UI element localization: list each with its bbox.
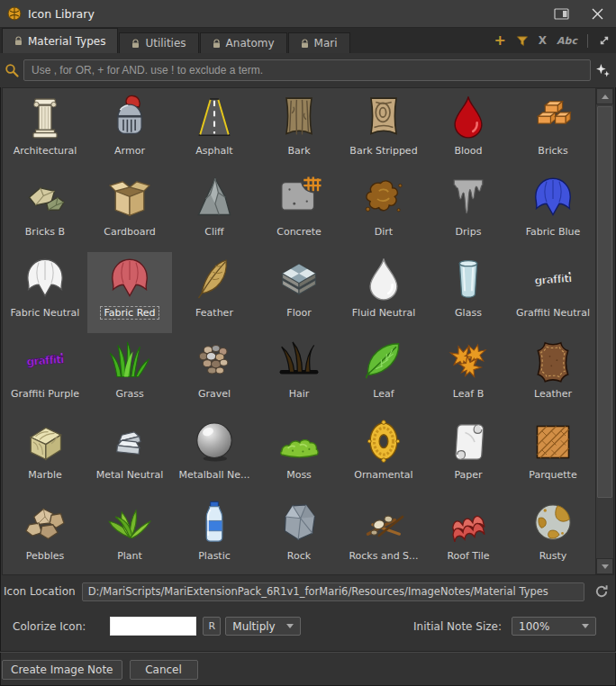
search-input[interactable]: [23, 59, 591, 81]
grid-item[interactable]: Marble: [3, 414, 87, 495]
grid-item[interactable]: Rock: [257, 495, 341, 574]
note-size-dropdown[interactable]: 100%: [512, 617, 596, 636]
svg-text:graffiti: graffiti: [534, 272, 573, 287]
lock-icon: [301, 39, 309, 49]
add-tab-button[interactable]: +: [494, 33, 505, 48]
icon-grid-panel: ArchitecturalArmorAsphaltBarkBark Stripp…: [2, 87, 614, 575]
grid-item[interactable]: Ornamental: [341, 414, 426, 495]
window-title: Icon Library: [28, 7, 95, 21]
grid-scrollbar[interactable]: [595, 88, 613, 574]
grid-item[interactable]: Bark Stripped: [341, 90, 426, 171]
grid-item[interactable]: Feather: [172, 252, 257, 333]
grid-item[interactable]: Armor: [87, 90, 172, 171]
expand-icon[interactable]: [598, 34, 611, 47]
tab-utilities[interactable]: Utilities: [119, 32, 198, 53]
grid-item[interactable]: Parquette: [511, 414, 595, 495]
options-row: Colorize Icon: R Multiply Initial Note S…: [0, 604, 616, 636]
grid-item-label: Marble: [28, 469, 62, 481]
grid-item[interactable]: graffitiGraffiti Neutral: [511, 252, 595, 333]
tab-label: Mari: [314, 37, 338, 50]
grid-item[interactable]: Pebbles: [3, 495, 87, 574]
grass-icon: [104, 335, 156, 387]
chevron-down-icon: [582, 624, 589, 628]
grid-item[interactable]: Fabric Neutral: [3, 252, 87, 333]
grid-item[interactable]: Fluid Neutral: [341, 252, 426, 333]
filter-funnel-icon[interactable]: [516, 35, 529, 47]
create-image-note-button[interactable]: Create Image Note: [2, 660, 122, 680]
grid-item[interactable]: Glass: [426, 252, 511, 333]
grid-item[interactable]: Roof Tile: [426, 495, 511, 574]
scroll-down-button[interactable]: [596, 558, 613, 574]
tab-mari[interactable]: Mari: [288, 32, 350, 53]
grid-item[interactable]: Leaf B: [426, 333, 511, 414]
grid-item[interactable]: Plant: [87, 495, 172, 574]
grid-item[interactable]: Asphalt: [172, 90, 257, 171]
scrollbar-thumb[interactable]: [597, 106, 612, 498]
grid-item[interactable]: Plastic: [172, 495, 257, 574]
tab-actions: + X Abc: [494, 33, 616, 48]
drop-white-icon: [358, 254, 410, 306]
grid-item[interactable]: Concrete: [257, 171, 341, 252]
grid-item-label: Glass: [455, 307, 482, 319]
grid-item[interactable]: graffitiGraffiti Purple: [3, 333, 87, 414]
tab-material-types[interactable]: Material Types: [2, 28, 118, 53]
plastic-icon: [188, 497, 240, 549]
metalball-icon: [188, 416, 240, 468]
clear-filter-button[interactable]: X: [539, 34, 547, 47]
grid-item[interactable]: Metalball Ne...: [172, 414, 257, 495]
grid-item[interactable]: Moss: [257, 414, 341, 495]
grid-item[interactable]: Architectural: [3, 90, 87, 171]
grid-item[interactable]: Grass: [87, 333, 172, 414]
parquette-icon: [527, 416, 579, 468]
grid-item[interactable]: Fabric Blue: [511, 171, 595, 252]
road-icon: [188, 92, 240, 144]
grid-item[interactable]: Bark: [257, 90, 341, 171]
column-icon: [19, 92, 71, 144]
cancel-button[interactable]: Cancel: [130, 660, 198, 680]
text-search-mode-button[interactable]: Abc: [557, 35, 577, 47]
feather-icon: [188, 254, 240, 306]
refresh-icon[interactable]: [591, 582, 612, 601]
chevron-down-icon: [286, 624, 294, 628]
grid-item-label: Leaf: [373, 388, 394, 400]
grid-item-label: Bark: [287, 145, 310, 157]
cloth-red-icon: [104, 254, 156, 306]
grid-item[interactable]: Cardboard: [87, 171, 172, 252]
dock-window-button[interactable]: [549, 4, 573, 23]
grid-item[interactable]: Leaf: [341, 333, 426, 414]
grid-item[interactable]: Rocks and S...: [341, 495, 426, 574]
grid-item-label: Bricks B: [25, 226, 65, 238]
floor-icon: [273, 254, 325, 306]
grid-item[interactable]: Rusty: [511, 495, 595, 574]
tab-anatomy[interactable]: Anatomy: [200, 32, 287, 53]
grid-item[interactable]: Blood: [426, 90, 511, 171]
grid-item[interactable]: Paper: [426, 414, 511, 495]
grid-item-label: Armor: [114, 145, 145, 157]
gravel-icon: [188, 335, 240, 387]
splat-icon: [358, 173, 410, 225]
grid-item[interactable]: Leather: [511, 333, 595, 414]
scroll-up-button[interactable]: [596, 88, 613, 104]
grid-item[interactable]: Metal Neutral: [87, 414, 172, 495]
colorize-color-swatch[interactable]: [110, 617, 196, 636]
close-window-button[interactable]: [585, 4, 609, 23]
grid-item[interactable]: Hair: [257, 333, 341, 414]
grid-item[interactable]: Drips: [426, 171, 511, 252]
icon-location-field[interactable]: D:/MariScripts/MariExtensionPack_6R1v1_f…: [82, 582, 584, 601]
grid-item[interactable]: Floor: [257, 252, 341, 333]
plant-icon: [104, 497, 156, 549]
grid-item[interactable]: Dirt: [341, 171, 426, 252]
blend-mode-dropdown[interactable]: Multiply: [225, 617, 301, 636]
grid-item[interactable]: Fabric Red: [87, 252, 172, 333]
grid-item[interactable]: Bricks: [511, 90, 595, 171]
grid-item[interactable]: Bricks B: [3, 171, 87, 252]
grid-item-label: Metalball Ne...: [178, 469, 249, 481]
wildcard-sparkle-icon[interactable]: [595, 63, 611, 78]
grid-item[interactable]: Cliff: [172, 171, 257, 252]
reset-color-button[interactable]: R: [203, 617, 221, 636]
scrollbar-track[interactable]: [596, 104, 613, 558]
footer: Create Image Note Cancel: [0, 653, 616, 686]
concrete-icon: [273, 173, 325, 225]
icon-grid: ArchitecturalArmorAsphaltBarkBark Stripp…: [3, 88, 595, 574]
grid-item[interactable]: Gravel: [172, 333, 257, 414]
